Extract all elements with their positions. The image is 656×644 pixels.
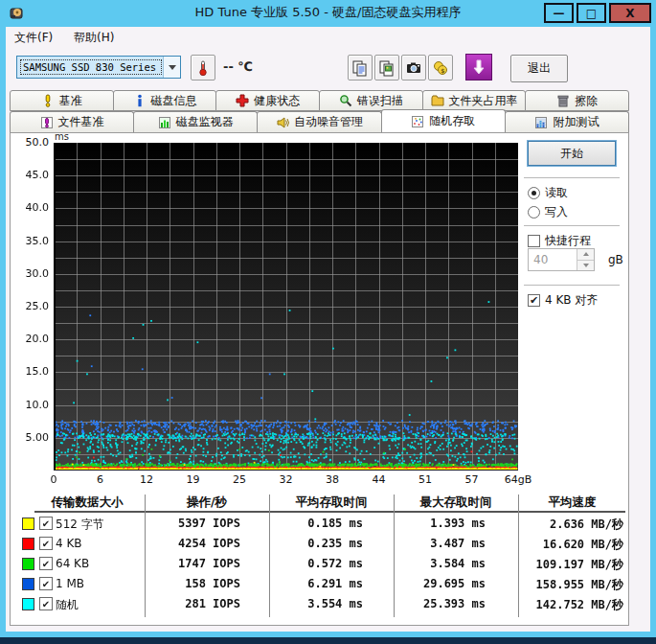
client-area: 文件(F) 帮助(H) SAMSUNG SSD 830 Series (64 g…	[6, 27, 650, 632]
tab-label: 文件基准	[58, 114, 104, 130]
maximize-button[interactable]: □	[577, 3, 606, 23]
update-button[interactable]	[465, 54, 492, 80]
avg-speed-value: 2.636 MB/秒	[518, 517, 623, 533]
col-header-avg: 平均存取时间	[269, 494, 394, 511]
short-stroke-option[interactable]: 快捷行程	[528, 233, 591, 249]
series-label: 4 KB	[56, 537, 82, 550]
tab-label: 磁盘监视器	[176, 114, 234, 130]
series-checkbox[interactable]: ✔	[39, 557, 53, 570]
separator	[524, 177, 620, 178]
tab-folder-usage[interactable]: 文件夹占用率	[422, 90, 527, 111]
avg-access-value: 0.235 ms	[269, 537, 363, 550]
tab-health[interactable]: 健康状态	[215, 90, 320, 111]
drive-select-value: SAMSUNG SSD 830 Series (64 gB)	[20, 59, 162, 75]
header-rule	[34, 511, 625, 513]
short-stroke-label: 快捷行程	[545, 233, 591, 249]
tab-disk-monitor[interactable]: 磁盘监视器	[133, 111, 258, 132]
x-tick-label: 25	[220, 473, 259, 486]
y-tick-label: 10.0	[12, 399, 49, 411]
camera-icon	[405, 59, 422, 77]
series-color-swatch	[22, 578, 34, 590]
error-scan-icon	[339, 94, 352, 107]
max-access-value: 1.393 ms	[394, 517, 486, 530]
write-option[interactable]: 写入	[528, 204, 568, 220]
series-checkbox[interactable]: ✔	[39, 517, 53, 530]
col-header-speed: 平均速度	[518, 494, 626, 511]
copy-text-button[interactable]	[348, 55, 373, 80]
tab-error-scan[interactable]: 错误扫描	[319, 90, 423, 111]
tab-label: 基准	[59, 93, 82, 109]
thermometer-icon	[196, 59, 210, 77]
chevron-down-icon[interactable]	[163, 57, 180, 78]
exit-button[interactable]: 退出	[510, 55, 568, 82]
iops-value: 1747 IOPS	[145, 557, 240, 570]
tab-random-access[interactable]: 随机存取	[381, 109, 506, 132]
tab-disk-info[interactable]: 磁盘信息	[113, 90, 217, 111]
x-tick-label: 57	[453, 473, 491, 486]
tab-aam[interactable]: 自动噪音管理	[257, 111, 381, 132]
read-radio[interactable]	[528, 187, 540, 199]
capacity-value[interactable]: 40	[529, 249, 577, 270]
y-tick-label: 20.0	[12, 333, 49, 345]
short-stroke-checkbox[interactable]	[528, 235, 540, 247]
avg-access-value: 0.185 ms	[269, 517, 363, 530]
series-color-swatch	[22, 538, 34, 550]
series-color-swatch	[22, 598, 34, 610]
write-radio[interactable]	[528, 206, 540, 218]
drive-select[interactable]: SAMSUNG SSD 830 Series (64 gB)	[16, 56, 181, 79]
avg-speed-value: 158.955 MB/秒	[518, 577, 623, 593]
menu-file[interactable]: 文件(F)	[6, 27, 61, 46]
minimize-button[interactable]: —	[544, 3, 574, 23]
y-tick-label: 5.00	[12, 431, 49, 444]
menu-bar: 文件(F) 帮助(H)	[6, 27, 650, 48]
close-button[interactable]: X	[609, 3, 651, 23]
series-label: 随机	[56, 597, 79, 613]
menu-help[interactable]: 帮助(H)	[65, 27, 123, 46]
y-tick-label: 15.0	[12, 365, 49, 378]
chevron-down-icon	[583, 264, 589, 267]
tab-benchmark[interactable]: 基准	[10, 90, 114, 111]
screenshot-button[interactable]	[401, 55, 426, 80]
avg-speed-value: 16.620 MB/秒	[518, 537, 623, 553]
separator	[524, 285, 620, 286]
align-checkbox[interactable]: ✔	[528, 294, 540, 307]
avg-access-value: 3.554 ms	[269, 597, 363, 610]
copy-image-button[interactable]	[374, 55, 399, 80]
tab-extra-tests[interactable]: 附加测试	[505, 111, 629, 132]
series-color-swatch	[22, 518, 34, 530]
donate-button[interactable]: $	[428, 55, 453, 80]
tab-erase[interactable]: 擦除	[525, 90, 629, 111]
max-access-value: 25.393 ms	[394, 597, 486, 610]
capacity-spinner[interactable]: 40	[528, 248, 595, 271]
tab-label: 健康状态	[254, 93, 300, 109]
max-access-value: 29.695 ms	[394, 577, 486, 590]
donate-icon: $	[432, 59, 449, 77]
tab-label: 磁盘信息	[151, 93, 197, 109]
series-checkbox[interactable]: ✔	[39, 577, 53, 590]
x-tick-label: 38	[313, 473, 351, 486]
start-button[interactable]: 开始	[528, 141, 616, 166]
chevron-up-icon	[583, 252, 589, 256]
read-option[interactable]: 读取	[528, 185, 568, 201]
col-header-max: 最大存取时间	[394, 494, 518, 511]
svg-text:$: $	[441, 67, 444, 74]
avg-speed-value: 142.752 MB/秒	[518, 597, 623, 613]
spinner-down-button[interactable]	[577, 261, 594, 271]
series-label: 64 KB	[56, 557, 89, 570]
series-checkbox[interactable]: ✔	[39, 597, 53, 610]
y-tick-label: 35.0	[12, 235, 49, 247]
iops-value: 4254 IOPS	[145, 537, 240, 550]
avg-access-value: 6.291 ms	[269, 577, 363, 590]
tab-label: 附加测试	[553, 114, 599, 130]
tab-file-benchmark[interactable]: 文件基准	[10, 111, 134, 132]
spinner-up-button[interactable]	[577, 249, 594, 261]
capacity-unit-label: gB	[608, 253, 623, 266]
series-label: 1 MB	[56, 577, 84, 590]
extra-tests-icon	[534, 116, 548, 129]
read-label: 读取	[545, 185, 568, 201]
align-option[interactable]: ✔ 4 KB 对齐	[528, 292, 598, 309]
series-checkbox[interactable]: ✔	[39, 537, 53, 550]
temperature-button[interactable]	[191, 55, 215, 80]
benchmark-icon	[41, 94, 55, 107]
health-icon	[236, 94, 249, 107]
